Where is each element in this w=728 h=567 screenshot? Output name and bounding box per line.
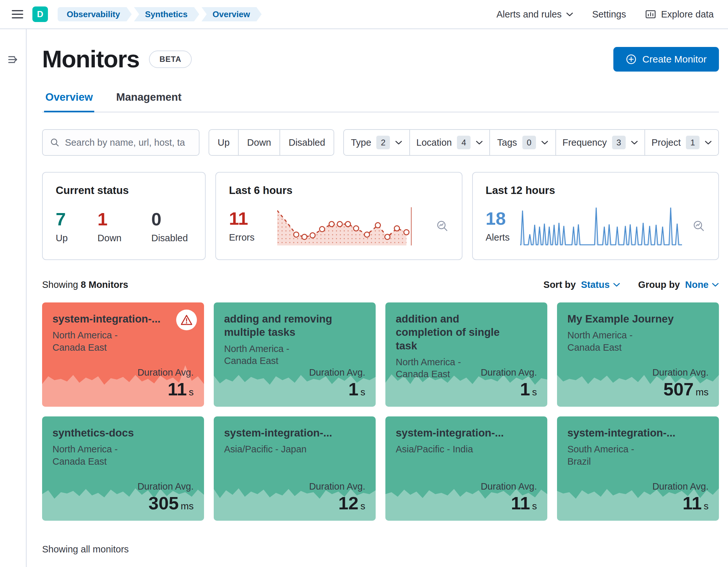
- monitor-name[interactable]: addition and completion of single task: [396, 312, 512, 352]
- create-monitor-button[interactable]: Create Monitor: [613, 47, 719, 72]
- tab[interactable]: Management: [115, 91, 183, 112]
- tab[interactable]: Overview: [44, 91, 94, 112]
- duration-value: 11: [511, 493, 530, 513]
- sort-by-label: Sort by: [543, 279, 576, 290]
- settings-link[interactable]: Settings: [592, 9, 626, 20]
- duration-value: 1: [348, 379, 358, 399]
- duration-unit: s: [360, 387, 365, 397]
- group-by-select[interactable]: None: [685, 279, 719, 290]
- monitor-location: North America - Canada East: [567, 329, 652, 354]
- monitor-name[interactable]: system-integration-...: [52, 312, 168, 325]
- breadcrumb-item[interactable]: Observability: [58, 7, 132, 21]
- filter-count-badge: 3: [612, 136, 626, 149]
- monitor-duration: Duration Avg. 1s: [309, 367, 365, 400]
- monitor-name[interactable]: system-integration-...: [224, 426, 340, 439]
- space-avatar[interactable]: D: [32, 6, 48, 22]
- last-12-hours-panel: Last 12 hours 18 Alerts: [472, 172, 719, 260]
- monitor-duration: Duration Avg. 11s: [652, 481, 709, 514]
- duration-value: 11: [168, 379, 187, 399]
- alerts-and-rules-menu[interactable]: Alerts and rules: [496, 9, 574, 20]
- beta-badge: BETA: [149, 51, 192, 68]
- expand-sidebar-icon[interactable]: [6, 53, 19, 67]
- breadcrumb-item[interactable]: Overview: [201, 7, 262, 21]
- monitor-duration: Duration Avg. 12s: [309, 481, 365, 514]
- duration-unit: s: [360, 501, 365, 511]
- duration-label: Duration Avg.: [481, 367, 537, 378]
- down-label: Down: [97, 233, 121, 244]
- monitor-name[interactable]: synthetics-docs: [52, 426, 168, 439]
- duration-label: Duration Avg.: [481, 481, 537, 492]
- monitor-location: North America - Canada East: [52, 329, 137, 354]
- monitor-duration: Duration Avg. 507ms: [652, 367, 709, 400]
- monitor-location: Asia/Pacific - India: [396, 443, 481, 456]
- monitor-location: Asia/Pacific - Japan: [224, 443, 309, 456]
- status-filter-button[interactable]: Disabled: [279, 130, 334, 155]
- alerts-label: Alerts: [486, 232, 510, 243]
- filter-label: Location: [416, 137, 452, 148]
- filter-button[interactable]: Type 2: [344, 130, 409, 155]
- filter-button[interactable]: Tags 0: [489, 130, 555, 155]
- monitor-card[interactable]: addition and completion of single task N…: [385, 302, 547, 407]
- menu-icon[interactable]: [12, 9, 23, 19]
- panel-title: Current status: [56, 184, 192, 197]
- duration-label: Duration Avg.: [652, 367, 709, 378]
- monitor-name[interactable]: system-integration-...: [396, 426, 512, 439]
- chevron-down-icon: [613, 283, 620, 287]
- inspect-errors-button[interactable]: [436, 220, 449, 232]
- monitor-location: North America - Canada East: [224, 343, 309, 367]
- disabled-label: Disabled: [151, 233, 188, 244]
- filter-button[interactable]: Location 4: [409, 130, 490, 155]
- duration-value: 11: [683, 493, 702, 513]
- monitor-card[interactable]: system-integration-... North America - C…: [42, 302, 204, 407]
- search-icon: [50, 137, 60, 148]
- explore-data-link[interactable]: Explore data: [645, 8, 714, 20]
- panel-title: Last 12 hours: [486, 184, 706, 197]
- chevron-down-icon: [705, 141, 712, 145]
- filter-button[interactable]: Project 1: [644, 130, 718, 155]
- left-rail: [0, 29, 27, 567]
- search-input[interactable]: [65, 137, 192, 148]
- duration-unit: s: [532, 387, 537, 397]
- filter-label: Frequency: [563, 137, 607, 148]
- duration-unit: ms: [181, 501, 194, 511]
- status-filter-button[interactable]: Down: [238, 130, 279, 155]
- errors-chart: [277, 207, 413, 245]
- chevron-down-icon: [541, 141, 548, 145]
- current-status-panel: Current status 7 Up 1 Down 0 Disabled: [42, 172, 206, 260]
- monitor-warning-badge: [176, 310, 197, 330]
- monitor-location: South America - Brazil: [567, 443, 652, 468]
- monitor-name[interactable]: adding and removing multiple tasks: [224, 312, 340, 339]
- sort-by-select[interactable]: Status: [581, 279, 620, 290]
- monitor-card[interactable]: My Example Journey North America - Canad…: [557, 302, 719, 407]
- up-stat: 7 Up: [56, 210, 68, 244]
- monitor-card[interactable]: system-integration-... South America - B…: [557, 416, 719, 521]
- monitor-name[interactable]: My Example Journey: [567, 312, 683, 325]
- monitor-card[interactable]: system-integration-... Asia/Pacific - In…: [385, 416, 547, 521]
- duration-label: Duration Avg.: [652, 481, 709, 492]
- filter-button[interactable]: Frequency 3: [555, 130, 644, 155]
- duration-label: Duration Avg.: [309, 481, 365, 492]
- monitor-card[interactable]: system-integration-... Asia/Pacific - Ja…: [214, 416, 376, 521]
- up-count: 7: [56, 210, 68, 228]
- monitor-duration: Duration Avg. 1s: [481, 367, 537, 400]
- last-6-hours-panel: Last 6 hours 11 Errors: [215, 172, 462, 260]
- filter-count-badge: 4: [457, 136, 471, 149]
- filter-count-badge: 2: [376, 136, 390, 149]
- inspect-alerts-button[interactable]: [692, 220, 705, 232]
- alert-triangle-icon: [181, 314, 192, 325]
- bar-chart-icon: [645, 8, 656, 20]
- down-stat: 1 Down: [97, 210, 121, 244]
- chevron-down-icon: [712, 283, 719, 287]
- settings-label: Settings: [592, 9, 626, 20]
- monitor-card[interactable]: adding and removing multiple tasks North…: [214, 302, 376, 407]
- page-title: Monitors: [42, 45, 139, 73]
- status-filter-button[interactable]: Up: [209, 130, 238, 155]
- chevron-down-icon: [476, 141, 483, 145]
- duration-unit: s: [532, 501, 537, 511]
- monitor-name[interactable]: system-integration-...: [567, 426, 683, 439]
- breadcrumb-item[interactable]: Synthetics: [134, 7, 199, 21]
- monitor-duration: Duration Avg. 305ms: [137, 481, 194, 514]
- monitor-location: North America - Canada East: [52, 443, 137, 468]
- duration-value: 305: [149, 493, 179, 513]
- monitor-card[interactable]: synthetics-docs North America - Canada E…: [42, 416, 204, 521]
